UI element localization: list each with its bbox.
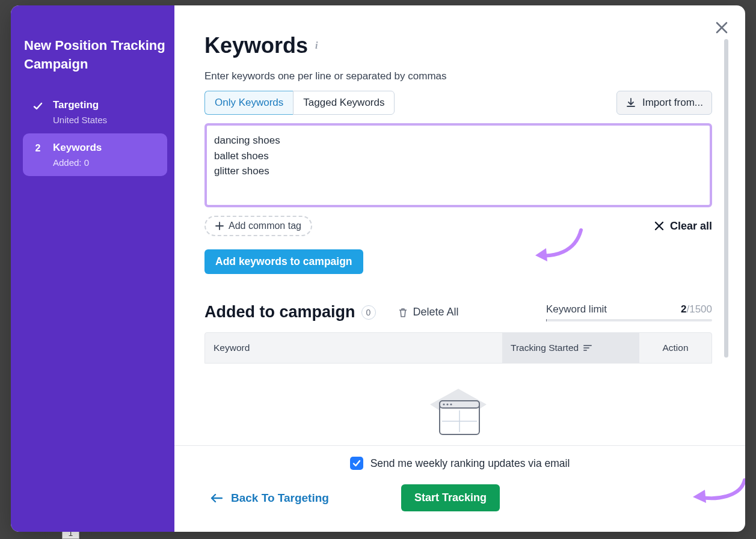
wizard-sidebar: New Position Tracking Campaign Targeting… bbox=[11, 5, 174, 532]
close-icon bbox=[654, 221, 664, 231]
wizard-title-line1: New Position Tracking bbox=[24, 38, 165, 53]
svg-point-5 bbox=[450, 403, 452, 405]
check-icon bbox=[352, 459, 361, 467]
step-targeting[interactable]: Targeting United States bbox=[23, 91, 167, 133]
col-tracking-started[interactable]: Tracking Started bbox=[502, 333, 639, 363]
step-check-icon bbox=[31, 100, 45, 111]
step-keywords-label: Keywords bbox=[53, 142, 102, 154]
keyword-limit-bar bbox=[546, 319, 712, 321]
back-label: Back To Targeting bbox=[231, 492, 329, 505]
wizard-title-line2: Campaign bbox=[24, 56, 88, 72]
weekly-email-label: Send me weekly ranking updates via email bbox=[370, 457, 570, 470]
add-common-tag-label: Add common tag bbox=[229, 221, 301, 231]
delete-all-button[interactable]: Delete All bbox=[398, 306, 459, 318]
step-targeting-sub: United States bbox=[53, 115, 107, 125]
step-keywords-sub: Added: 0 bbox=[53, 157, 102, 168]
start-tracking-button[interactable]: Start Tracking bbox=[401, 484, 500, 511]
step-number: 2 bbox=[31, 143, 45, 154]
clear-all-label: Clear all bbox=[670, 220, 712, 233]
import-label: Import from... bbox=[642, 97, 703, 109]
trash-icon bbox=[398, 307, 408, 318]
tab-tagged-keywords[interactable]: Tagged Keywords bbox=[293, 91, 395, 115]
svg-point-4 bbox=[446, 403, 448, 405]
keyword-tab-toggle: Only Keywords Tagged Keywords bbox=[204, 91, 395, 115]
add-keywords-to-campaign-button[interactable]: Add keywords to campaign bbox=[204, 249, 363, 274]
plus-icon bbox=[215, 222, 224, 230]
modal-content: Keywords i Enter keywords one per line o… bbox=[174, 5, 745, 532]
added-title-text: Added to campaign bbox=[204, 303, 355, 321]
clear-all-button[interactable]: Clear all bbox=[654, 220, 712, 233]
svg-point-3 bbox=[443, 403, 444, 405]
modal-footer: Send me weekly ranking updates via email… bbox=[174, 446, 745, 532]
delete-all-label: Delete All bbox=[413, 306, 459, 318]
svg-rect-2 bbox=[440, 401, 479, 408]
wizard-title: New Position Tracking Campaign bbox=[23, 37, 167, 74]
keywords-textarea-box bbox=[204, 123, 712, 207]
step-keywords[interactable]: 2 Keywords Added: 0 bbox=[23, 133, 167, 176]
keywords-hint: Enter keywords one per line or separated… bbox=[204, 70, 712, 82]
back-to-targeting-button[interactable]: Back To Targeting bbox=[211, 492, 329, 505]
keyword-limit-total: 1500 bbox=[689, 303, 712, 315]
page-title-text: Keywords bbox=[204, 33, 308, 58]
add-common-tag[interactable]: Add common tag bbox=[204, 216, 312, 236]
arrow-left-icon bbox=[211, 494, 223, 502]
sort-icon bbox=[583, 344, 592, 352]
keyword-limit-block: Keyword limit 2/1500 bbox=[546, 303, 712, 321]
keyword-table-header: Keyword Tracking Started Action bbox=[204, 332, 712, 364]
import-from-button[interactable]: Import from... bbox=[616, 91, 712, 115]
keywords-textarea[interactable] bbox=[214, 133, 702, 195]
col-keyword[interactable]: Keyword bbox=[205, 333, 502, 363]
col-action: Action bbox=[639, 333, 711, 363]
info-icon[interactable]: i bbox=[315, 40, 318, 51]
added-count-badge: 0 bbox=[361, 305, 376, 320]
scroll-area: Keywords i Enter keywords one per line o… bbox=[174, 5, 745, 445]
added-to-campaign-title: Added to campaign 0 bbox=[204, 303, 376, 321]
step-targeting-label: Targeting bbox=[53, 99, 107, 111]
empty-state-illustration bbox=[204, 364, 712, 445]
scrollbar[interactable] bbox=[724, 39, 728, 358]
page-title: Keywords i bbox=[204, 33, 712, 58]
keyword-limit-label: Keyword limit bbox=[546, 303, 607, 315]
modal-dialog: New Position Tracking Campaign Targeting… bbox=[11, 5, 745, 532]
col-tracking-label: Tracking Started bbox=[511, 343, 579, 353]
download-icon bbox=[625, 97, 636, 108]
weekly-email-checkbox[interactable] bbox=[350, 457, 363, 470]
tab-only-keywords[interactable]: Only Keywords bbox=[204, 91, 293, 115]
